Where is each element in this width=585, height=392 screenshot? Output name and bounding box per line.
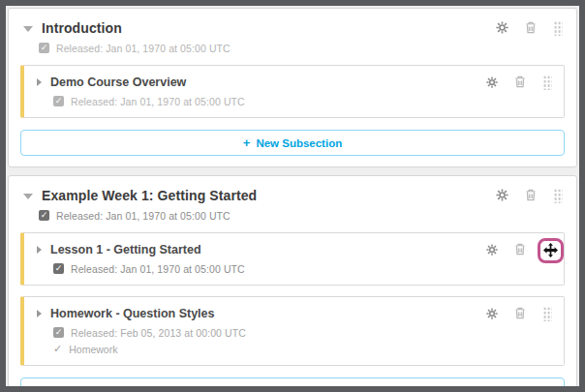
- release-status: ✓ Released: Jan 01, 1970 at 05:00 UTC: [53, 262, 554, 275]
- trash-icon: [514, 307, 526, 319]
- release-date: Released: Jan 01, 1970 at 05:00 UTC: [71, 263, 245, 275]
- subsection-demo-course-overview: Demo Course Overview: [20, 65, 565, 118]
- subsection-header: Homework - Question Styles: [35, 305, 554, 321]
- check-icon: ✓: [53, 343, 62, 355]
- release-status: ✓ Released: Feb 05, 2013 at 00:00 UTC: [53, 326, 554, 339]
- expand-subsection-icon[interactable]: [37, 246, 42, 254]
- section-title: Example Week 1: Getting Started: [42, 188, 257, 203]
- trash-icon: [514, 75, 526, 88]
- drag-handle-icon: [542, 306, 552, 321]
- subsection-actions: [486, 242, 554, 257]
- configure-button[interactable]: [486, 244, 498, 256]
- subsection-actions: [486, 75, 554, 90]
- release-status: ✓ Released: Jan 01, 1970 at 05:00 UTC: [53, 95, 554, 107]
- plus-icon: +: [243, 136, 251, 150]
- move-cursor-icon: [543, 243, 558, 257]
- configure-button[interactable]: [486, 308, 498, 319]
- delete-button[interactable]: [525, 189, 537, 201]
- delete-button[interactable]: [514, 307, 526, 319]
- subsection-header: Demo Course Overview: [35, 74, 554, 90]
- release-date: Released: Jan 01, 1970 at 05:00 UTC: [71, 96, 245, 107]
- section-example-week-1: Example Week 1: Getting Started: [8, 175, 577, 392]
- release-status: ✓ Released: Jan 01, 1970 at 05:00 UTC: [39, 209, 565, 222]
- drag-handle[interactable]: [542, 75, 552, 90]
- drag-handle[interactable]: [542, 306, 552, 321]
- configure-button[interactable]: [496, 189, 508, 201]
- move-cursor-highlight: [538, 238, 564, 263]
- gear-icon: [486, 76, 498, 88]
- section-actions: [496, 188, 565, 203]
- drag-handle-icon: [542, 75, 552, 90]
- section-introduction: Introduction: [8, 8, 577, 167]
- subsection-title: Homework - Question Styles: [50, 307, 214, 320]
- section-header: Introduction: [20, 18, 565, 37]
- subsection-actions: [486, 306, 554, 321]
- subsection-lesson-1: Lesson 1 - Getting Started: [20, 232, 565, 286]
- delete-button[interactable]: [514, 243, 526, 256]
- trash-icon: [514, 243, 526, 256]
- released-checkbox-icon: ✓: [53, 96, 64, 106]
- assignment-type-row: ✓ Homework: [53, 343, 554, 355]
- gear-icon: [496, 21, 508, 34]
- configure-button[interactable]: [486, 76, 498, 88]
- release-date: Released: Jan 01, 1970 at 05:00 UTC: [56, 43, 231, 54]
- new-subsection-label: New Subsection: [256, 385, 342, 392]
- expand-subsection-icon[interactable]: [37, 310, 42, 317]
- released-checkbox-icon: ✓: [53, 263, 64, 274]
- released-checkbox-icon: ✓: [39, 43, 49, 53]
- drag-handle[interactable]: [553, 20, 563, 36]
- assignment-type-label: Homework: [69, 344, 117, 355]
- plus-icon: +: [243, 383, 251, 392]
- gear-icon: [496, 189, 508, 201]
- subsection-homework: Homework - Question Styles: [20, 296, 565, 366]
- gear-icon: [486, 308, 498, 319]
- new-subsection-label: New Subsection: [256, 137, 342, 149]
- expand-subsection-icon[interactable]: [37, 78, 42, 86]
- section-header: Example Week 1: Getting Started: [20, 186, 565, 204]
- release-date: Released: Feb 05, 2013 at 00:00 UTC: [71, 327, 246, 339]
- subsection-title: Demo Course Overview: [50, 75, 186, 89]
- new-subsection-button[interactable]: + New Subsection: [20, 377, 565, 392]
- trash-icon: [525, 189, 537, 201]
- delete-button[interactable]: [525, 21, 537, 34]
- released-checkbox-icon: ✓: [53, 327, 64, 338]
- trash-icon: [525, 21, 537, 34]
- section-actions: [496, 20, 565, 36]
- subsection-title: Lesson 1 - Getting Started: [50, 243, 201, 256]
- delete-button[interactable]: [514, 75, 526, 88]
- course-outline-page: { "sections": [ { "title": "Introduction…: [0, 0, 585, 392]
- configure-button[interactable]: [496, 21, 508, 34]
- drag-handle-icon: [553, 188, 563, 203]
- section-title: Introduction: [42, 20, 122, 36]
- release-date: Released: Jan 01, 1970 at 05:00 UTC: [56, 210, 231, 222]
- release-status: ✓ Released: Jan 01, 1970 at 05:00 UTC: [39, 42, 565, 54]
- drag-handle-icon: [553, 20, 563, 36]
- released-checkbox-icon: ✓: [39, 210, 49, 221]
- gear-icon: [486, 244, 498, 256]
- subsection-header: Lesson 1 - Getting Started: [35, 241, 554, 257]
- collapse-section-icon[interactable]: [23, 194, 33, 199]
- new-subsection-button[interactable]: + New Subsection: [20, 130, 565, 156]
- drag-handle[interactable]: [553, 188, 563, 203]
- collapse-section-icon[interactable]: [23, 26, 33, 32]
